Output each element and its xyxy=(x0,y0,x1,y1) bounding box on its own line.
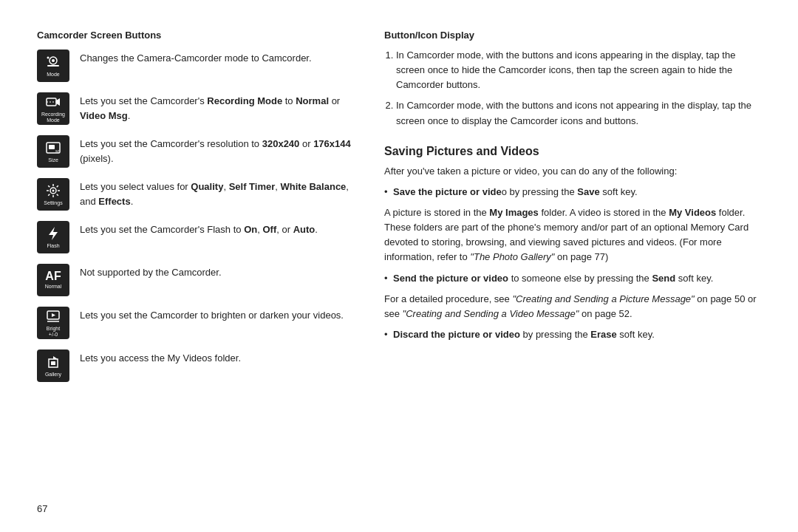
numbered-item-1: In Camcorder mode, with the buttons and … xyxy=(396,48,761,92)
size-icon-label: Size xyxy=(48,157,58,163)
icon-row-af: AF Normal Not supported by the Camcorder… xyxy=(37,264,355,296)
left-section-title: Camcorder Screen Buttons xyxy=(37,30,355,41)
send-sub-para: For a detailed procedure, see "Creating … xyxy=(384,292,761,321)
bright-icon-label: Bright+/-0 xyxy=(47,326,60,337)
bright-icon: Bright+/-0 xyxy=(37,307,69,339)
svg-marker-20 xyxy=(49,227,58,240)
svg-rect-2 xyxy=(47,65,59,66)
flash-icon-label: Flash xyxy=(47,243,59,249)
save-sub-para: A picture is stored in the My Images fol… xyxy=(384,205,761,265)
settings-icon: Settings xyxy=(37,178,69,211)
gallery-desc: Lets you access the My Videos folder. xyxy=(80,349,355,366)
icon-row-mode: Mode Changes the Camera-Camcorder mode t… xyxy=(37,50,355,82)
gallery-icon-label: Gallery xyxy=(45,372,61,378)
icon-row-recording: RecordingMode Lets you set the Camcorder… xyxy=(37,92,355,125)
right-column: Button/Icon Display In Camcorder mode, w… xyxy=(384,30,761,510)
mode-icon-label: Mode xyxy=(47,72,60,78)
saving-title: Saving Pictures and Videos xyxy=(384,145,761,158)
af-desc: Not supported by the Camcorder. xyxy=(80,264,355,280)
icon-row-size: sz Size Lets you set the Camcorder's res… xyxy=(37,135,355,168)
numbered-item-2: In Camcorder mode, with the buttons and … xyxy=(396,98,761,128)
svg-marker-22 xyxy=(52,313,55,317)
svg-point-11 xyxy=(52,190,55,192)
bullet-send: Send the picture or video to someone els… xyxy=(384,271,761,286)
svg-point-3 xyxy=(47,57,50,59)
right-section-title: Button/Icon Display xyxy=(384,30,761,41)
bullet-discard: Discard the picture or video by pressing… xyxy=(384,327,761,342)
svg-rect-26 xyxy=(51,361,55,365)
numbered-list: In Camcorder mode, with the buttons and … xyxy=(384,48,761,134)
recording-icon-label: RecordingMode xyxy=(41,112,65,123)
svg-point-1 xyxy=(52,59,55,62)
left-column: Camcorder Screen Buttons Mode Changes th… xyxy=(37,30,355,510)
svg-rect-8 xyxy=(49,145,55,149)
recording-desc: Lets you set the Camcorder's Recording M… xyxy=(80,92,355,123)
bullet-save: Save the picture or video by pressing th… xyxy=(384,185,761,200)
recording-icon: RecordingMode xyxy=(37,92,69,125)
af-icon: AF Normal xyxy=(37,264,69,296)
settings-desc: Lets you select values for Quality, Self… xyxy=(80,178,355,208)
icon-row-flash: Flash Lets you set the Camcorder's Flash… xyxy=(37,221,355,253)
mode-desc: Changes the Camera-Camcorder mode to Cam… xyxy=(80,50,355,66)
gallery-icon: Gallery xyxy=(37,349,69,382)
saving-intro: After you've taken a picture or video, y… xyxy=(384,164,761,179)
svg-line-17 xyxy=(57,194,58,196)
svg-text:sz: sz xyxy=(55,149,60,153)
svg-line-18 xyxy=(57,185,58,187)
icon-row-gallery: Gallery Lets you access the My Videos fo… xyxy=(37,349,355,382)
size-desc: Lets you set the Camcorder's resolution … xyxy=(80,135,355,166)
flash-icon: Flash xyxy=(37,221,69,253)
af-text: AF xyxy=(45,270,61,282)
page-number: 67 xyxy=(37,503,47,514)
af-icon-label: Normal xyxy=(45,284,62,290)
settings-icon-label: Settings xyxy=(44,200,62,206)
flash-desc: Lets you set the Camcorder's Flash to On… xyxy=(80,221,355,237)
icon-row-bright: Bright+/-0 Lets you set the Camcorder to… xyxy=(37,307,355,339)
icon-row-settings: Settings Lets you select values for Qual… xyxy=(37,178,355,211)
svg-line-16 xyxy=(48,185,50,187)
svg-line-19 xyxy=(48,194,50,196)
bright-desc: Lets you set the Camcorder to brighten o… xyxy=(80,307,355,323)
size-icon: sz Size xyxy=(37,135,69,168)
mode-icon: Mode xyxy=(37,50,69,82)
page: Camcorder Screen Buttons Mode Changes th… xyxy=(0,0,798,532)
